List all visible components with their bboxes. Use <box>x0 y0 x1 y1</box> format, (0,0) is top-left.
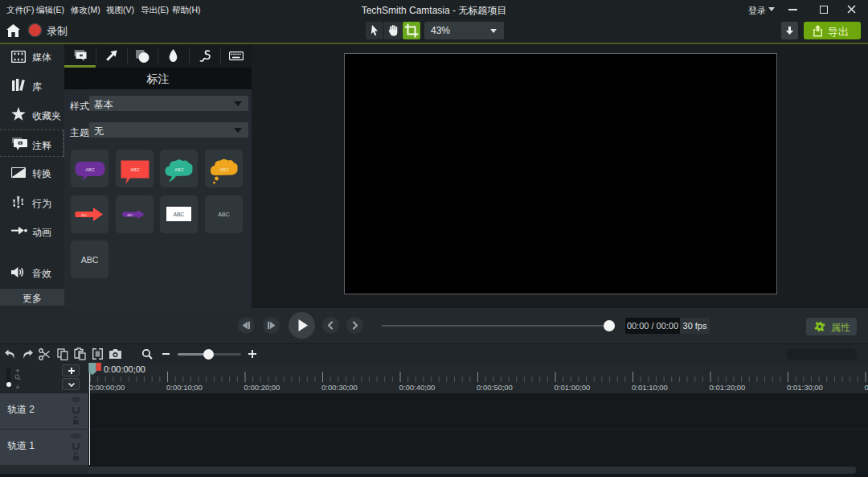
svg-text:ABC: ABC <box>174 167 183 172</box>
svg-text:0:01:30;00: 0:01:30;00 <box>787 383 823 392</box>
svg-text:0:01:40;00: 0:01:40;00 <box>865 383 868 392</box>
svg-text:0:00:00;00: 0:00:00;00 <box>89 383 125 392</box>
svg-text:0:00:10;00: 0:00:10;00 <box>166 383 203 392</box>
svg-text:ABC: ABC <box>85 167 94 172</box>
svg-text:0:00:50;00: 0:00:50;00 <box>477 383 513 392</box>
svg-text:ABC: ABC <box>81 255 99 265</box>
svg-text:0:00:20;00: 0:00:20;00 <box>244 383 280 392</box>
svg-text:0:00:40;00: 0:00:40;00 <box>399 383 436 392</box>
svg-text:0:01:20;00: 0:01:20;00 <box>710 383 746 392</box>
svg-text:0:01:10;00: 0:01:10;00 <box>632 383 668 392</box>
svg-text:ABC: ABC <box>130 167 139 172</box>
svg-text:ABC: ABC <box>219 167 228 172</box>
svg-text:ABC: ABC <box>218 212 229 217</box>
svg-text:0:00:30;00: 0:00:30;00 <box>321 383 358 392</box>
svg-text:ABC: ABC <box>127 213 133 216</box>
svg-text:ABC: ABC <box>81 213 88 216</box>
svg-text:ABC: ABC <box>174 212 185 217</box>
svg-text:0:01:00;00: 0:01:00;00 <box>555 383 591 392</box>
